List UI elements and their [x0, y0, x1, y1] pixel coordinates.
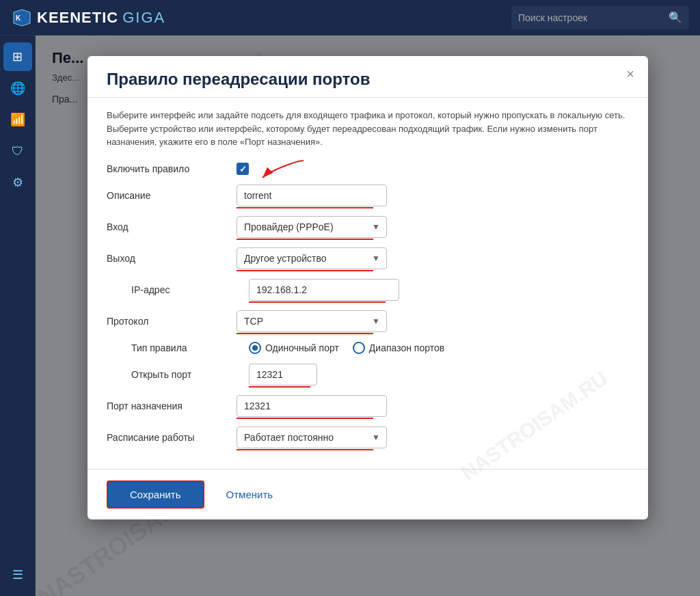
protocol-select[interactable]: TCP [237, 310, 387, 332]
output-row: Выход Другое устройство ▼ [107, 247, 629, 269]
dest-port-control [237, 395, 629, 417]
radio-single-port-label: Одиночный порт [265, 342, 339, 353]
modal-overlay: Правило переадресации портов × Выберите … [36, 36, 700, 596]
logo-brand: KEENETIC [37, 9, 118, 27]
enable-rule-control [237, 163, 629, 176]
modal-title: Правило переадресации портов [107, 70, 629, 89]
schedule-select[interactable]: Работает постоянно [237, 426, 387, 448]
ip-control [249, 279, 629, 301]
protocol-row: Протокол TCP ▼ [107, 310, 629, 332]
schedule-label: Расписание работы [107, 432, 237, 443]
enable-rule-label: Включить правило [107, 163, 237, 174]
rule-type-row: Тип правила Одиночный порт Диапазон порт… [107, 342, 629, 354]
input-select[interactable]: Провайдер (PPPoE) [237, 216, 387, 238]
description-input[interactable] [237, 185, 387, 206]
output-label: Выход [107, 253, 237, 264]
dest-port-label: Порт назначения [107, 401, 237, 411]
search-input[interactable] [518, 12, 669, 23]
description-underline [237, 207, 373, 208]
modal-dialog: Правило переадресации портов × Выберите … [88, 56, 648, 519]
sidebar-item-internet[interactable]: 🌐 [3, 74, 32, 103]
modal-footer: Сохранить Отменить [88, 469, 648, 519]
radio-single-port-circle [249, 342, 261, 354]
ip-label: IP-адрес [119, 284, 249, 295]
sidebar-item-dashboard[interactable]: ⊞ [3, 42, 32, 71]
modal-body: Выберите интерфейс или задайте подсеть д… [88, 98, 648, 469]
radio-port-range-label: Диапазон портов [369, 342, 444, 353]
open-port-underline [249, 386, 310, 388]
search-icon[interactable]: 🔍 [669, 11, 682, 24]
radio-port-range[interactable]: Диапазон портов [353, 342, 444, 354]
sidebar-item-menu[interactable]: ☰ [3, 560, 32, 589]
protocol-underline [237, 333, 373, 334]
sidebar-item-settings[interactable]: ⚙ [3, 168, 32, 197]
output-select-wrapper: Другое устройство ▼ [237, 247, 387, 269]
search-bar[interactable]: 🔍 [511, 6, 689, 29]
input-select-wrapper: Провайдер (PPPoE) ▼ [237, 216, 387, 238]
description-control [237, 185, 629, 206]
output-control: Другое устройство ▼ [237, 247, 629, 269]
open-port-label: Открыть порт [119, 369, 249, 380]
input-control: Провайдер (PPPoE) ▼ [237, 216, 629, 238]
description-label: Описание [107, 190, 237, 201]
save-button[interactable]: Сохранить [107, 480, 204, 509]
modal-header: Правило переадресации портов × [88, 56, 648, 98]
cancel-button[interactable]: Отменить [215, 482, 284, 507]
protocol-label: Протокол [107, 316, 237, 327]
sidebar-item-wifi[interactable]: 📶 [3, 105, 32, 134]
open-port-input[interactable] [249, 364, 317, 385]
ip-underline [249, 301, 386, 303]
enable-rule-checkbox[interactable] [237, 163, 249, 175]
output-underline [237, 270, 373, 271]
schedule-row: Расписание работы Работает постоянно ▼ [107, 426, 629, 448]
schedule-control: Работает постоянно ▼ [237, 426, 629, 448]
input-underline [237, 239, 373, 240]
open-port-control [249, 364, 629, 385]
logo-icon: K [11, 7, 33, 29]
output-select[interactable]: Другое устройство [237, 247, 387, 269]
input-row: Вход Провайдер (PPPoE) ▼ [107, 216, 629, 238]
rule-type-radio-group: Одиночный порт Диапазон портов [249, 342, 444, 354]
dest-port-input[interactable] [237, 395, 387, 417]
protocol-control: TCP ▼ [237, 310, 629, 332]
arrow-annotation [256, 157, 310, 185]
logo: K KEENETIC GIGA [11, 7, 165, 29]
dest-port-row: Порт назначения [107, 395, 629, 417]
dest-port-underline [237, 418, 373, 419]
logo-model: GIGA [122, 9, 165, 27]
modal-close-button[interactable]: × [626, 67, 634, 81]
modal-description: Выберите интерфейс или задайте подсеть д… [107, 109, 629, 149]
ip-row: IP-адрес [107, 279, 629, 301]
schedule-select-wrapper: Работает постоянно ▼ [237, 426, 387, 448]
rule-type-label: Тип правила [119, 342, 249, 353]
input-label: Вход [107, 221, 237, 232]
radio-port-range-circle [353, 342, 365, 354]
enable-rule-row: Включить правило [107, 163, 629, 176]
radio-single-port[interactable]: Одиночный порт [249, 342, 339, 354]
open-port-row: Открыть порт [107, 364, 629, 385]
description-row: Описание [107, 185, 629, 206]
content-area: Пе... Здес... Пра... Правило переадресац… [36, 36, 700, 596]
main-layout: ⊞ 🌐 📶 🛡 ⚙ ☰ Пе... Здес... Пра... Правило… [0, 36, 700, 596]
protocol-select-wrapper: TCP ▼ [237, 310, 387, 332]
svg-text:K: K [16, 14, 21, 22]
ip-input[interactable] [249, 279, 399, 301]
top-header: K KEENETIC GIGA 🔍 [0, 0, 700, 36]
sidebar: ⊞ 🌐 📶 🛡 ⚙ ☰ [0, 36, 36, 596]
sidebar-item-security[interactable]: 🛡 [3, 137, 32, 165]
schedule-underline [237, 449, 373, 450]
